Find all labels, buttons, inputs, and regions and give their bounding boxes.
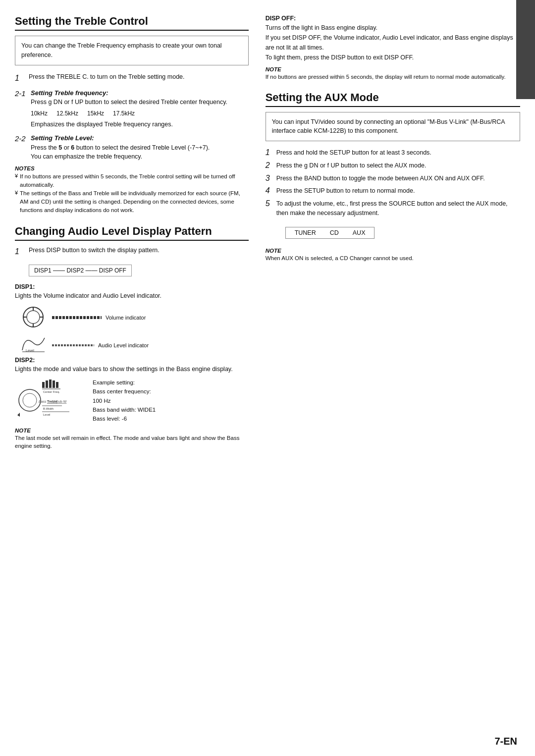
right-column: DISP OFF: Turns off the light in Bass en… [261, 15, 520, 736]
svg-marker-24 [17, 413, 20, 417]
changing-step1-content: Press DISP button to switch the display … [29, 246, 249, 258]
svg-point-9 [23, 393, 37, 407]
treble-step2-1-num: 2-1 [15, 88, 31, 129]
treble-step2-2: 2-2 Setting Treble Level: Press the 5 or… [15, 133, 249, 162]
treble-infobox: You can change the Treble Frequency emph… [15, 36, 249, 65]
svg-rect-13 [53, 380, 55, 388]
volume-bars: Volume indicator [52, 315, 146, 321]
disp-off-section: DISP OFF: Turns off the light in Bass en… [266, 15, 520, 81]
svg-rect-11 [46, 380, 48, 388]
aux-step-4: 4 Press the SETUP button to return to no… [266, 186, 520, 196]
volume-indicator-row: Volume indicator [20, 304, 249, 331]
changing-section: Changing Audio Level Display Pattern 1 P… [15, 225, 249, 450]
treble-step1-num: 1 [15, 72, 29, 84]
bass-example-labels: Example setting: Bass center frequency: … [93, 378, 156, 424]
changing-step1: 1 Press DISP button to switch the displa… [15, 246, 249, 258]
svg-text:Bass: Bass [39, 400, 47, 403]
page-number: 7-EN [494, 736, 517, 747]
treble-step2-1: 2-1 Setting Treble frequency: Press g DN… [15, 88, 249, 129]
svg-text:Level: Level [43, 413, 50, 416]
svg-text:Sub-W: Sub-W [56, 400, 67, 403]
svg-rect-10 [42, 382, 45, 388]
aux-step-1: 1 Press and hold the SETUP button for at… [266, 148, 520, 158]
audio-level-svg: Level [20, 333, 47, 353]
svg-text:B.Width: B.Width [43, 407, 54, 410]
changing-step1-num: 1 [15, 246, 29, 258]
treble-freq-row: 10kHz 12.5kHz 15kHz 17.5kHz [31, 109, 249, 118]
disp2-block: DISP2: Lights the mode and value bars to… [15, 357, 249, 450]
aux-step-3: 3 Press the BAND button to toggle the mo… [266, 174, 520, 183]
audio-bars: Audio Level indicator [52, 337, 149, 348]
disp-off-note: NOTE If no buttons are pressed within 5 … [266, 66, 520, 81]
tuner-diagram-box: TUNER CD AUX [285, 227, 375, 239]
treble-step1: 1 Press the TREBLE C. to turn on the Tre… [15, 72, 249, 84]
volume-knob-svg [20, 304, 47, 331]
disp-off-text: Turns off the light in Bass engine displ… [266, 23, 520, 62]
audio-indicator-row: Level Audio Level indicator [20, 333, 249, 353]
aux-section: Setting the AUX Mode You can input TV/vi… [266, 91, 520, 263]
disp1-block: DISP1: Lights the Volume indicator and A… [15, 283, 249, 353]
aux-title: Setting the AUX Mode [266, 91, 520, 107]
disp-diagram-box: DISP1 —— DISP2 —— DISP OFF [29, 265, 132, 276]
bass-img: Center Freq. Bass Treble Sub-W B.Width L… [15, 378, 87, 415]
svg-point-1 [27, 311, 40, 324]
disp2-note: NOTE The last mode set will remain in ef… [15, 428, 249, 450]
aux-step-5: 5 To adjust the volume, etc., first pres… [266, 199, 520, 218]
treble-section: Setting the Treble Control You can chang… [15, 15, 249, 214]
treble-step2-2-num: 2-2 [15, 133, 31, 162]
aux-infobox: You can input TV/video sound by connecti… [266, 112, 520, 142]
disp-diagram: DISP1 —— DISP2 —— DISP OFF [29, 262, 249, 279]
svg-point-8 [19, 389, 41, 411]
svg-text:Center Freq.: Center Freq. [43, 390, 60, 393]
aux-note: NOTE When AUX ON is selected, a CD Chang… [266, 248, 520, 263]
treble-step1-content: Press the TREBLE C. to turn on the Trebl… [29, 72, 249, 84]
treble-title: Setting the Treble Control [15, 15, 249, 31]
treble-step2-2-content: Setting Treble Level: Press the 5 or 6 b… [31, 133, 249, 162]
accent-bar [516, 0, 535, 99]
left-column: Setting the Treble Control You can chang… [15, 15, 261, 736]
svg-text:Level: Level [26, 349, 34, 352]
svg-rect-12 [49, 379, 52, 388]
treble-step2-1-content: Setting Treble frequency: Press g DN or … [31, 88, 249, 129]
svg-rect-14 [56, 382, 58, 388]
treble-note-2: The settings of the Bass and Treble will… [15, 189, 249, 214]
changing-title: Changing Audio Level Display Pattern [15, 225, 249, 241]
bass-engine-diagram: Center Freq. Bass Treble Sub-W B.Width L… [15, 378, 249, 424]
tuner-diagram: TUNER CD AUX [275, 223, 520, 243]
aux-step-2: 2 Press the g DN or f UP button to selec… [266, 161, 520, 170]
treble-note-1: If no buttons are pressed within 5 secon… [15, 172, 249, 189]
treble-notes: NOTES If no buttons are pressed within 5… [15, 165, 249, 214]
bass-svg: Center Freq. Bass Treble Sub-W B.Width L… [15, 378, 87, 418]
